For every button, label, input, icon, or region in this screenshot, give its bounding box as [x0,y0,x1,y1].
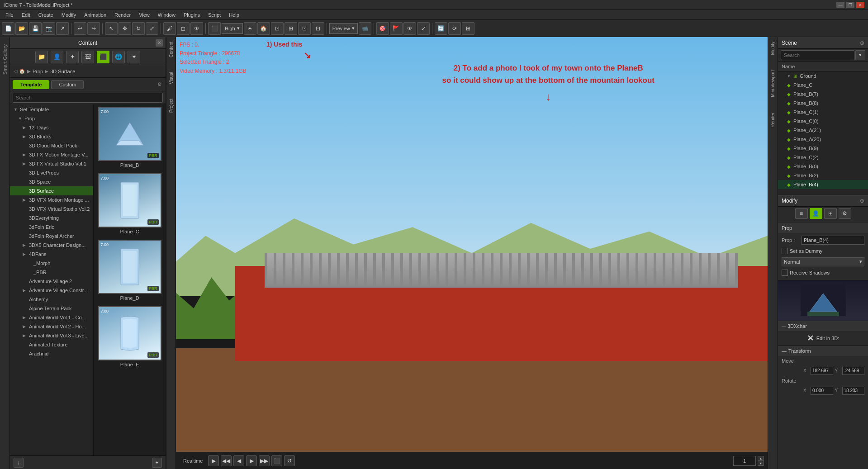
play-button[interactable]: ▶ [208,455,219,466]
minimize-button[interactable]: — [836,2,844,8]
scene-item-plane-b4[interactable]: ◆ Plane_B(4) [778,180,868,189]
new-button[interactable]: 📄 [2,22,14,35]
tree-item[interactable]: _PBR [10,268,93,277]
align-button[interactable]: ⊡ [312,22,324,35]
view2d-button[interactable]: ⬛ [208,22,221,35]
tree-item[interactable]: 3dFoin Royal Archer [10,232,93,241]
modify-side-tab[interactable]: Modify [769,39,777,57]
paint-button[interactable]: 🖌 [163,22,176,35]
person-icon-btn[interactable]: 👤 [51,51,63,63]
menu-script[interactable]: Script [204,11,224,19]
scene-search-button[interactable]: ▾ [855,50,865,60]
scene-item-plane-c0[interactable]: ◆ Plane_C(0) [778,117,868,126]
tree-item[interactable]: Alchemy [10,295,93,304]
modify-tab-settings[interactable]: ⚙ [839,208,851,219]
modify-tab-list[interactable]: ≡ [795,208,808,219]
eye2-button[interactable]: 👁 [403,22,416,35]
back-arrow-icon[interactable]: ◁ [14,68,17,74]
flag-button[interactable]: 🚩 [390,22,403,35]
move-y-input[interactable]: -24.569 [842,367,865,375]
prop-icon-btn[interactable]: ⬛ [97,51,109,63]
eye-button[interactable]: 👁 [190,22,203,35]
set-as-dummy-checkbox[interactable] [782,248,788,254]
scene-item-plane-c[interactable]: ◆ Plane_C [778,81,868,90]
save-button[interactable]: 💾 [29,22,42,35]
scene-item-plane-a20[interactable]: ◆ Plane_A(20) [778,135,868,144]
thumbnail-plane-c[interactable]: 7.00 PBR Plane_C [98,173,161,234]
scene-item-plane-a21[interactable]: ◆ Plane_A(21) [778,126,868,135]
menu-create[interactable]: Create [35,11,57,19]
frame-down-button[interactable]: ▼ [758,461,764,466]
tree-item[interactable]: 3D VFX Virtual Studio Vol.2 [10,204,93,213]
tree-item[interactable]: ▶ 3D Blocks [10,132,93,141]
menu-file[interactable]: File [2,11,17,19]
close-button[interactable]: ✕ [856,2,864,8]
tree-item[interactable]: ▶ Animal World Vol.2 - Ho... [10,322,93,331]
scene-item-plane-c2[interactable]: ◆ Plane_C(2) [778,153,868,162]
thumbnail-plane-e[interactable]: 7.00 PBR Plane_E [98,306,161,367]
redo-button[interactable]: ↪ [87,22,100,35]
open-button[interactable]: 📂 [15,22,28,35]
dxchar-header[interactable]: — 3DXchar [778,321,868,331]
frame-number[interactable]: 1 [733,456,756,466]
tree-item[interactable]: 3D Space [10,177,93,186]
menu-window[interactable]: Window [154,11,179,19]
settings-icon[interactable]: ⚙ [157,81,162,87]
undo-button[interactable]: ↩ [74,22,86,35]
breadcrumb-prop[interactable]: Prop [33,69,43,74]
custom-tab[interactable]: Custom [51,80,84,89]
rotate-y-input[interactable]: 18.203 [842,387,865,395]
modify-settings-icon[interactable]: ⊕ [860,198,864,204]
smart-gallery-tab[interactable]: Smart Gallery [0,37,10,469]
scene-icon-btn[interactable]: 🌐 [112,51,125,63]
arrow-btn[interactable]: ↙ [417,22,430,35]
render-side-tab[interactable]: Render [769,110,777,130]
scene-item-plane-b8[interactable]: ◆ Plane_B(8) [778,99,868,108]
folder-icon-btn[interactable]: 📁 [35,51,48,63]
down-arrow-button[interactable]: ↓ [14,458,24,468]
tree-item-3d-surface[interactable]: 3D Surface [10,186,93,195]
tree-item[interactable]: ▶ Adventure Village Constr... [10,286,93,295]
eraser-button[interactable]: ◻ [177,22,190,35]
scene-item-ground[interactable]: ▼ ⊞ Ground [778,71,868,81]
thumbnail-plane-d[interactable]: 7.00 PBR Plane_D [98,240,161,301]
tree-item[interactable]: ▶ Animal World Vol.1 - Co... [10,313,93,322]
scene-search-input[interactable] [781,50,854,60]
preview-dropdown[interactable]: Preview ▾ [329,23,358,34]
menu-view[interactable]: View [135,11,153,19]
link-button[interactable]: ⊞ [462,22,474,35]
frame-up-button[interactable]: ▲ [758,456,764,461]
project-side-tab[interactable]: Project [167,96,175,115]
move-button[interactable]: ✥ [119,22,131,35]
menu-animation[interactable]: Animation [81,11,110,19]
sun-button[interactable]: ☀ [244,22,256,35]
tree-item[interactable]: ▶ 3DX5 Character Design... [10,241,93,250]
prev-frame-button[interactable]: ◀ [233,455,244,466]
morph-icon-btn[interactable]: ✦ [66,51,79,63]
tree-item[interactable]: ▶ Animal World Vol.3 - Live... [10,331,93,340]
tree-item[interactable]: 3DEverything [10,213,93,223]
menu-render[interactable]: Render [111,11,134,19]
camera-pos-button[interactable]: ⊡ [271,22,284,35]
select-button[interactable]: ↖ [105,22,118,35]
scale-button[interactable]: ⤢ [146,22,158,35]
content-search-input[interactable] [13,93,163,103]
effect-icon-btn[interactable]: ✦ [128,51,140,63]
sync-button[interactable]: ⟳ [448,22,461,35]
content-side-tab[interactable]: Content [167,39,175,60]
next-keyframe-button[interactable]: ▶▶ [259,455,270,466]
next-frame-button[interactable]: ▶ [246,455,257,466]
tree-item[interactable]: 3dFoin Eric [10,223,93,232]
rotate-button[interactable]: ↻ [132,22,145,35]
image-icon-btn[interactable]: 🖼 [81,51,94,63]
content-close-button[interactable]: ✕ [156,39,163,47]
scene-item-plane-b9[interactable]: ◆ Plane_B(9) [778,144,868,153]
scene-item-plane-b0[interactable]: ◆ Plane_B(0) [778,162,868,171]
prev-keyframe-button[interactable]: ◀◀ [221,455,232,466]
tree-item[interactable]: 3D Cloud Model Pack [10,141,93,150]
tree-item[interactable]: ▶ 4DFans [10,250,93,259]
tree-item[interactable]: ▼ Set Template [10,105,93,114]
scene-item-plane-b2[interactable]: ◆ Plane_B(2) [778,171,868,180]
menu-help[interactable]: Help [225,11,243,19]
tree-item[interactable]: Alpine Terrain Pack [10,304,93,313]
